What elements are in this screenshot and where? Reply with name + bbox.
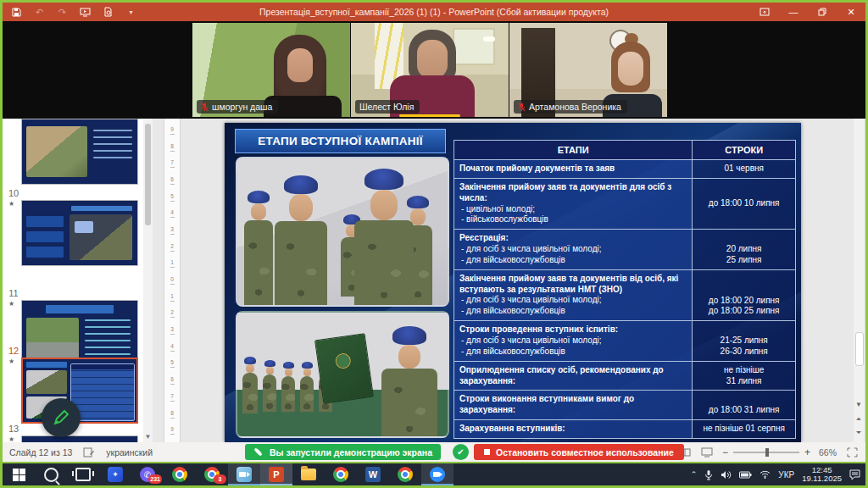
slide-counter: Слайд 12 из 13 (9, 447, 72, 458)
ruler-mark: 2 (164, 306, 180, 323)
admission-stages-table: ЕТАПИ СТРОКИ Початок прийому документів … (453, 140, 796, 439)
participant-video-tile[interactable]: Артамонова Вероника (509, 23, 667, 117)
slideshow-view-icon[interactable] (700, 446, 714, 458)
battery-icon[interactable] (739, 471, 752, 479)
thumbnail-content (26, 231, 64, 242)
video-call-strip: шморгун дашаШелест ЮліяАртамонова Верони… (3, 21, 865, 119)
notes-icon[interactable] (82, 446, 96, 458)
zoom-icon (430, 467, 445, 482)
shared-screen: ↶ ↷ ▾ Презентація_вступної_кампанії_2026… (0, 0, 868, 488)
wifi-icon[interactable] (760, 470, 771, 479)
term-line: 20 липня (726, 244, 762, 255)
close-button[interactable]: ✕ (837, 3, 865, 21)
term-cell: 21-25 липня26-30 липня (693, 321, 795, 361)
ribbon-display-options-button[interactable] (750, 3, 779, 21)
tray-date: 19.11.2025 (802, 474, 842, 483)
stage-line: - військовослужбовців (459, 214, 687, 225)
participant-name: Артамонова Вероника (529, 102, 621, 112)
thumbnail-content (93, 136, 132, 138)
slide-thumbnail[interactable]: ВИРІШУЙМИ ЧЕКАЄМО НА ТЕБЕ! (21, 435, 138, 442)
language-indicator[interactable]: украинский (106, 447, 153, 458)
start-slideshow-icon[interactable] (80, 7, 91, 18)
windows-taskbar: ✦✆2313PW ⌃ УКР 12:45 19.11.2025 (3, 463, 865, 485)
main-scrollbar[interactable]: ▼ ⏶ ⏷ (854, 119, 864, 442)
participant-video-tile[interactable]: Шелест Юлія (351, 23, 509, 117)
zoom-out-icon[interactable]: − (722, 446, 728, 458)
slide-thumbnail[interactable] (21, 200, 138, 266)
stop-sharing-button[interactable]: Остановить совместное использование (474, 444, 684, 460)
slide-thumbnail-panel[interactable]: ▼ ★10★11★12★13★ВИРІШУЙМИ ЧЕКАЄМО НА ТЕБЕ… (3, 119, 153, 442)
file-explorer[interactable] (292, 463, 325, 485)
chrome-app-4[interactable] (389, 463, 421, 485)
video-icon (236, 467, 252, 482)
stage-cell: Реєстрація:- для осіб з числа цивільної … (454, 230, 693, 269)
restore-button[interactable] (808, 3, 837, 21)
stage-cell: Строки виконання вступниками вимог до за… (454, 391, 693, 419)
header-terms: СТРОКИ (693, 141, 795, 159)
thumbnail-content (71, 206, 132, 211)
search-button[interactable] (35, 463, 67, 485)
zoom-slider-handle[interactable] (765, 448, 769, 457)
chrome-app-3[interactable] (325, 463, 357, 485)
chrome-app-1[interactable] (164, 463, 196, 485)
table-row: Реєстрація:- для осіб з числа цивільної … (454, 229, 795, 269)
tray-clock[interactable]: 12:45 19.11.2025 (802, 466, 842, 484)
stage-line: Строки виконання вступниками вимог до за… (459, 394, 687, 416)
stage-line: - для осіб з числа цивільної молоді; (459, 244, 687, 255)
start-button[interactable] (3, 463, 35, 485)
powerpoint-app[interactable]: P (260, 463, 292, 485)
blue-tile-app[interactable]: ✦ (99, 463, 131, 485)
speaker-icon[interactable] (721, 470, 732, 480)
task-view-button[interactable] (67, 463, 99, 485)
action-center-icon[interactable] (849, 469, 860, 480)
table-row: Строки виконання вступниками вимог до за… (454, 390, 795, 419)
chrome-app-2[interactable]: 3 (196, 463, 228, 485)
slide-title: ЕТАПИ ВСТУПНОЇ КАМПАНІЇ (235, 129, 446, 153)
stage-cell: Строки проведення вступних іспитів:- для… (454, 321, 693, 361)
language-tray-indicator[interactable]: УКР (778, 470, 794, 480)
zoom-app[interactable] (421, 463, 453, 485)
stage-line: - для військовослужбовців (459, 255, 687, 266)
tray-expand-icon[interactable]: ⌃ (691, 470, 698, 479)
viber-app[interactable]: ✆231 (131, 463, 164, 485)
term-line: 31 липня (726, 376, 762, 387)
main-scrollbar-thumb[interactable] (855, 332, 864, 366)
microphone-icon[interactable] (704, 469, 713, 480)
save-icon[interactable] (11, 7, 22, 18)
thumbnail-content (46, 305, 114, 313)
table-row: Закінчення прийому заяв та документів ві… (454, 269, 795, 320)
zoom-slider[interactable]: − + (722, 446, 810, 458)
slide-canvas[interactable]: ЕТАПИ ВСТУПНОЇ КАМПАНІЇ ЕТАП (225, 123, 801, 442)
video-conference-app[interactable] (228, 463, 260, 485)
word-app[interactable]: W (357, 463, 389, 485)
term-cell: до 18:00 10 липня (693, 179, 795, 229)
thumbnail-content (26, 247, 64, 258)
print-preview-icon[interactable] (103, 7, 114, 18)
term-line: до 18:00 10 липня (709, 198, 780, 209)
security-shield-icon: ✔ (453, 444, 469, 460)
stage-line: Реєстрація: (459, 233, 687, 244)
fit-slide-icon[interactable] (845, 446, 859, 458)
next-slide-icon[interactable]: ⏷ (854, 429, 864, 437)
stop-icon (484, 449, 490, 455)
slide-thumbnail[interactable] (21, 119, 138, 185)
previous-slide-icon[interactable]: ⏶ (854, 415, 864, 424)
qat-customize-icon[interactable]: ▾ (125, 7, 136, 18)
term-cell: 20 липня25 липня (693, 230, 795, 269)
stage-cell: Зарахування вступників: (454, 420, 693, 438)
participant-video-tile[interactable]: шморгун даша (192, 23, 350, 117)
zoom-percent[interactable]: 66% (819, 447, 837, 458)
ruler-mark: 8 (164, 406, 180, 423)
minimize-button[interactable]: — (779, 3, 808, 21)
redo-icon[interactable]: ↷ (57, 7, 68, 18)
mic-muted-icon (201, 103, 209, 112)
zoom-in-icon[interactable]: + (804, 446, 810, 458)
ruler-mark: 4 (164, 339, 180, 356)
thumbnail-content (26, 370, 67, 394)
animation-star-icon: ★ (8, 358, 14, 365)
quick-access-toolbar: ↶ ↷ ▾ (11, 7, 136, 18)
ruler-mark: 3 (164, 222, 180, 239)
scroll-down-icon[interactable]: ▼ (854, 401, 864, 408)
undo-icon[interactable]: ↶ (34, 7, 45, 18)
annotation-pencil-button[interactable] (42, 398, 81, 437)
